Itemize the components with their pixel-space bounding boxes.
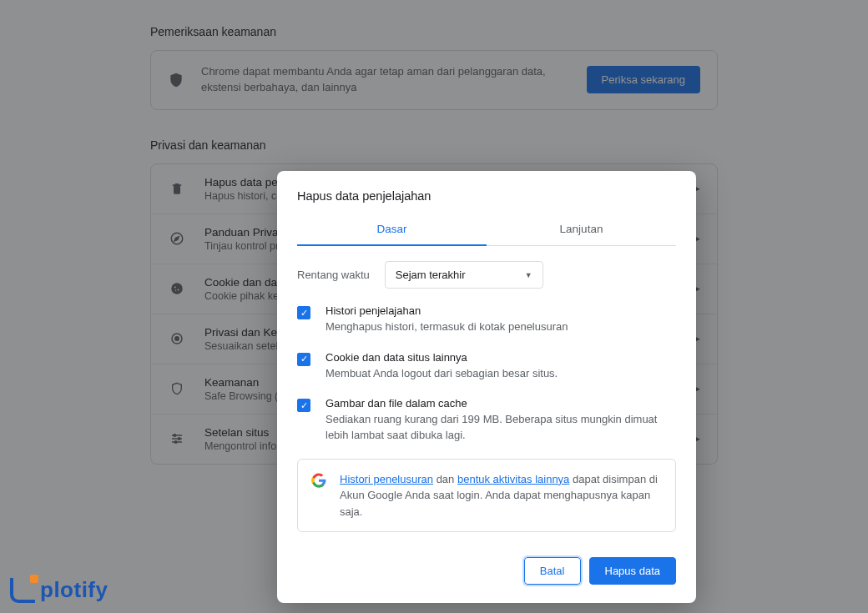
google-icon xyxy=(311,473,326,488)
checkbox-cookies[interactable]: ✓ xyxy=(297,353,310,366)
other-activity-link[interactable]: bentuk aktivitas lainnya xyxy=(457,473,569,485)
checkbox-history[interactable]: ✓ xyxy=(297,306,310,319)
check-title: Gambar dan file dalam cache xyxy=(326,396,676,412)
dialog-title: Hapus data penjelajahan xyxy=(277,189,696,214)
cancel-button[interactable]: Batal xyxy=(524,557,581,585)
tab-advanced[interactable]: Lanjutan xyxy=(487,214,676,245)
google-info-text: Histori penelusuran dan bentuk aktivitas… xyxy=(340,471,662,520)
uplotify-watermark: plotify xyxy=(10,577,108,603)
caret-down-icon: ▼ xyxy=(525,271,532,279)
check-sub: Sediakan ruang kurang dari 199 MB. Beber… xyxy=(326,412,676,444)
clear-browsing-data-dialog: Hapus data penjelajahan Dasar Lanjutan R… xyxy=(277,171,696,603)
search-history-link[interactable]: Histori penelusuran xyxy=(340,473,433,485)
time-range-value: Sejam terakhir xyxy=(396,269,466,281)
google-info-box: Histori penelusuran dan bentuk aktivitas… xyxy=(297,459,676,533)
time-range-select[interactable]: Sejam terakhir ▼ xyxy=(385,261,543,289)
checkbox-cache[interactable]: ✓ xyxy=(297,399,310,412)
uplotify-logo-icon xyxy=(10,578,35,603)
tab-basic[interactable]: Dasar xyxy=(297,214,487,245)
check-title: Histori penjelajahan xyxy=(326,304,568,319)
check-title: Cookie dan data situs lainnya xyxy=(326,350,558,366)
check-sub: Membuat Anda logout dari sebagian besar … xyxy=(326,366,558,382)
clear-data-button[interactable]: Hapus data xyxy=(589,557,677,585)
time-range-label: Rentang waktu xyxy=(297,269,370,281)
check-sub: Menghapus histori, termasuk di kotak pen… xyxy=(326,319,568,335)
